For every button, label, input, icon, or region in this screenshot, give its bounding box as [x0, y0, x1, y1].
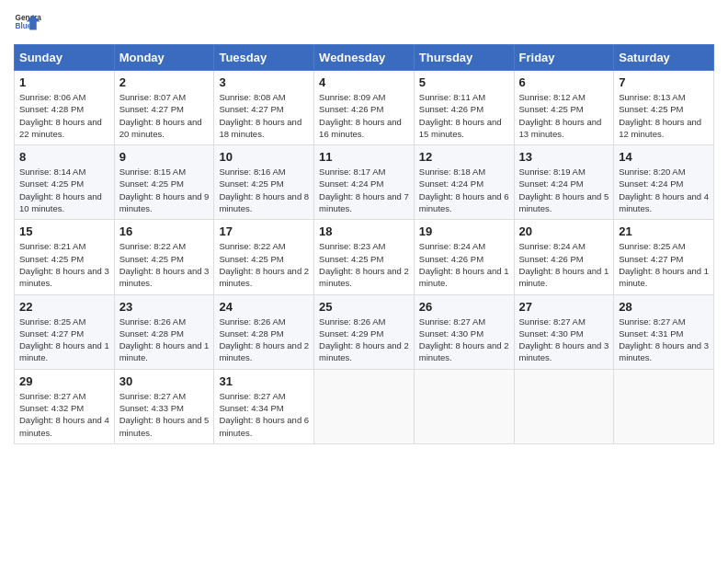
calendar-header-thursday: Thursday: [414, 45, 514, 71]
day-number: 23: [119, 300, 210, 314]
day-number: 25: [319, 300, 409, 314]
calendar-cell: 27 Sunrise: 8:27 AMSunset: 4:30 PMDaylig…: [514, 294, 614, 369]
calendar-cell: 12 Sunrise: 8:18 AMSunset: 4:24 PMDaylig…: [414, 145, 514, 220]
calendar-header-row: SundayMondayTuesdayWednesdayThursdayFrid…: [15, 45, 714, 71]
calendar-cell: 17 Sunrise: 8:22 AMSunset: 4:25 PMDaylig…: [214, 220, 314, 294]
day-info: Sunrise: 8:25 AMSunset: 4:27 PMDaylight:…: [19, 316, 109, 363]
day-number: 5: [419, 75, 509, 89]
calendar-cell: [514, 369, 614, 443]
calendar-cell: 6 Sunrise: 8:12 AMSunset: 4:25 PMDayligh…: [514, 71, 614, 145]
day-info: Sunrise: 8:27 AMSunset: 4:31 PMDaylight:…: [619, 316, 709, 363]
calendar-cell: [414, 369, 514, 443]
calendar-cell: 26 Sunrise: 8:27 AMSunset: 4:30 PMDaylig…: [414, 294, 514, 369]
day-info: Sunrise: 8:24 AMSunset: 4:26 PMDaylight:…: [519, 241, 609, 288]
calendar-cell: 7 Sunrise: 8:13 AMSunset: 4:25 PMDayligh…: [614, 71, 714, 145]
calendar-cell: 4 Sunrise: 8:09 AMSunset: 4:26 PMDayligh…: [314, 71, 415, 145]
day-info: Sunrise: 8:17 AMSunset: 4:24 PMDaylight:…: [319, 167, 409, 213]
day-number: 10: [219, 150, 309, 164]
day-number: 31: [219, 374, 309, 388]
day-number: 12: [419, 150, 509, 164]
calendar-cell: 31 Sunrise: 8:27 AMSunset: 4:34 PMDaylig…: [214, 369, 314, 443]
day-number: 20: [519, 224, 609, 238]
day-number: 29: [19, 374, 109, 388]
svg-text:Blue: Blue: [16, 22, 32, 30]
calendar-cell: 23 Sunrise: 8:26 AMSunset: 4:28 PMDaylig…: [114, 294, 214, 369]
calendar-cell: 28 Sunrise: 8:27 AMSunset: 4:31 PMDaylig…: [614, 294, 714, 369]
main-container: General Blue SundayMondayTuesdayWednesda…: [0, 0, 728, 458]
calendar-week-1: 1 Sunrise: 8:06 AMSunset: 4:28 PMDayligh…: [15, 71, 714, 145]
day-number: 17: [219, 224, 309, 238]
day-info: Sunrise: 8:12 AMSunset: 4:25 PMDaylight:…: [519, 92, 602, 139]
logo-icon: General Blue: [14, 9, 41, 37]
day-info: Sunrise: 8:25 AMSunset: 4:27 PMDaylight:…: [619, 241, 709, 288]
calendar-cell: 29 Sunrise: 8:27 AMSunset: 4:32 PMDaylig…: [15, 369, 115, 443]
day-number: 16: [119, 224, 210, 238]
day-info: Sunrise: 8:27 AMSunset: 4:34 PMDaylight:…: [219, 391, 309, 438]
calendar-table: SundayMondayTuesdayWednesdayThursdayFrid…: [14, 44, 714, 444]
day-number: 19: [419, 224, 509, 238]
day-info: Sunrise: 8:26 AMSunset: 4:29 PMDaylight:…: [319, 316, 409, 363]
day-info: Sunrise: 8:27 AMSunset: 4:33 PMDaylight:…: [119, 391, 210, 438]
day-number: 24: [219, 300, 309, 314]
day-info: Sunrise: 8:21 AMSunset: 4:25 PMDaylight:…: [19, 241, 109, 288]
calendar-cell: 1 Sunrise: 8:06 AMSunset: 4:28 PMDayligh…: [15, 71, 115, 145]
calendar-cell: 5 Sunrise: 8:11 AMSunset: 4:26 PMDayligh…: [414, 71, 514, 145]
calendar-week-3: 15 Sunrise: 8:21 AMSunset: 4:25 PMDaylig…: [15, 220, 714, 294]
day-number: 11: [319, 150, 409, 164]
calendar-cell: 18 Sunrise: 8:23 AMSunset: 4:25 PMDaylig…: [314, 220, 415, 294]
day-number: 18: [319, 224, 409, 238]
day-number: 22: [19, 300, 109, 314]
day-info: Sunrise: 8:06 AMSunset: 4:28 PMDaylight:…: [19, 92, 102, 139]
day-info: Sunrise: 8:27 AMSunset: 4:30 PMDaylight:…: [419, 316, 509, 363]
day-info: Sunrise: 8:26 AMSunset: 4:28 PMDaylight:…: [119, 316, 210, 363]
calendar-cell: 8 Sunrise: 8:14 AMSunset: 4:25 PMDayligh…: [15, 145, 115, 220]
day-info: Sunrise: 8:18 AMSunset: 4:24 PMDaylight:…: [419, 167, 509, 213]
calendar-cell: 20 Sunrise: 8:24 AMSunset: 4:26 PMDaylig…: [514, 220, 614, 294]
calendar-cell: 3 Sunrise: 8:08 AMSunset: 4:27 PMDayligh…: [214, 71, 314, 145]
calendar-cell: 30 Sunrise: 8:27 AMSunset: 4:33 PMDaylig…: [114, 369, 214, 443]
day-info: Sunrise: 8:20 AMSunset: 4:24 PMDaylight:…: [619, 167, 709, 213]
day-info: Sunrise: 8:08 AMSunset: 4:27 PMDaylight:…: [219, 92, 301, 139]
day-number: 7: [619, 75, 709, 89]
day-info: Sunrise: 8:13 AMSunset: 4:25 PMDaylight:…: [619, 92, 701, 139]
day-number: 9: [119, 150, 210, 164]
calendar-header-monday: Monday: [114, 45, 214, 71]
day-number: 15: [19, 224, 109, 238]
calendar-cell: 22 Sunrise: 8:25 AMSunset: 4:27 PMDaylig…: [15, 294, 115, 369]
day-number: 3: [219, 75, 309, 89]
day-number: 28: [619, 300, 709, 314]
calendar-header-tuesday: Tuesday: [214, 45, 314, 71]
calendar-cell: [314, 369, 415, 443]
logo: General Blue: [14, 9, 41, 37]
day-info: Sunrise: 8:22 AMSunset: 4:25 PMDaylight:…: [119, 241, 210, 288]
calendar-header-wednesday: Wednesday: [314, 45, 415, 71]
calendar-cell: 21 Sunrise: 8:25 AMSunset: 4:27 PMDaylig…: [614, 220, 714, 294]
day-number: 1: [19, 75, 109, 89]
day-number: 14: [619, 150, 709, 164]
day-number: 4: [319, 75, 409, 89]
day-info: Sunrise: 8:09 AMSunset: 4:26 PMDaylight:…: [319, 92, 402, 139]
day-info: Sunrise: 8:27 AMSunset: 4:30 PMDaylight:…: [519, 316, 609, 363]
calendar-cell: 10 Sunrise: 8:16 AMSunset: 4:25 PMDaylig…: [214, 145, 314, 220]
header: General Blue: [14, 9, 714, 37]
day-info: Sunrise: 8:23 AMSunset: 4:25 PMDaylight:…: [319, 241, 409, 288]
calendar-cell: 24 Sunrise: 8:26 AMSunset: 4:28 PMDaylig…: [214, 294, 314, 369]
day-info: Sunrise: 8:24 AMSunset: 4:26 PMDaylight:…: [419, 241, 509, 288]
day-number: 26: [419, 300, 509, 314]
calendar-cell: 13 Sunrise: 8:19 AMSunset: 4:24 PMDaylig…: [514, 145, 614, 220]
calendar-cell: 14 Sunrise: 8:20 AMSunset: 4:24 PMDaylig…: [614, 145, 714, 220]
day-number: 27: [519, 300, 609, 314]
calendar-cell: 11 Sunrise: 8:17 AMSunset: 4:24 PMDaylig…: [314, 145, 415, 220]
calendar-cell: 19 Sunrise: 8:24 AMSunset: 4:26 PMDaylig…: [414, 220, 514, 294]
day-number: 21: [619, 224, 709, 238]
day-info: Sunrise: 8:16 AMSunset: 4:25 PMDaylight:…: [219, 167, 309, 213]
day-info: Sunrise: 8:19 AMSunset: 4:24 PMDaylight:…: [519, 167, 609, 213]
calendar-cell: 15 Sunrise: 8:21 AMSunset: 4:25 PMDaylig…: [15, 220, 115, 294]
day-number: 6: [519, 75, 609, 89]
day-info: Sunrise: 8:07 AMSunset: 4:27 PMDaylight:…: [119, 92, 202, 139]
day-number: 8: [19, 150, 109, 164]
day-number: 13: [519, 150, 609, 164]
calendar-cell: 16 Sunrise: 8:22 AMSunset: 4:25 PMDaylig…: [114, 220, 214, 294]
day-number: 2: [119, 75, 210, 89]
calendar-header-sunday: Sunday: [15, 45, 115, 71]
